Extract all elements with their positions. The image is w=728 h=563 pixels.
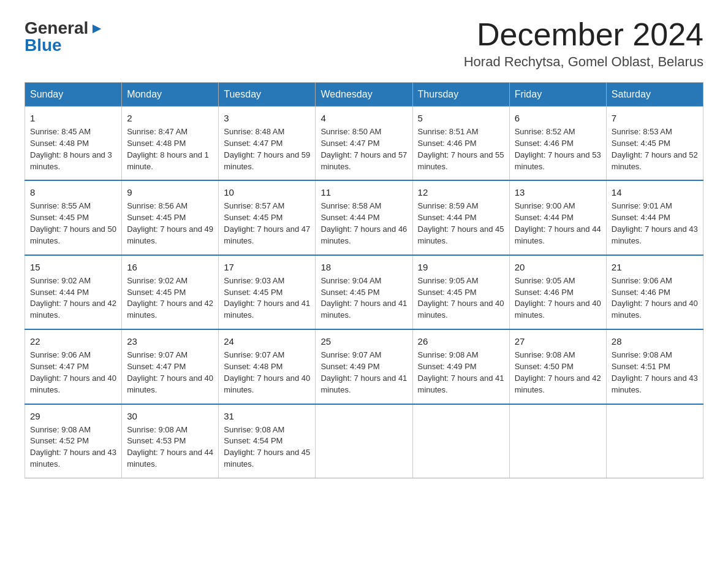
day-number: 19 — [418, 261, 504, 274]
calendar-cell — [412, 404, 509, 478]
calendar-cell: 28Sunrise: 9:08 AMSunset: 4:51 PMDayligh… — [606, 329, 703, 404]
day-info: Sunrise: 8:55 AMSunset: 4:45 PMDaylight:… — [30, 201, 116, 247]
day-info: Sunrise: 8:56 AMSunset: 4:45 PMDaylight:… — [127, 201, 213, 247]
day-info: Sunrise: 8:53 AMSunset: 4:45 PMDaylight:… — [612, 126, 698, 172]
logo-arrow-icon: ► — [89, 20, 104, 37]
weekday-header-tuesday: Tuesday — [219, 83, 316, 107]
weekday-header-monday: Monday — [122, 83, 219, 107]
calendar-cell: 16Sunrise: 9:02 AMSunset: 4:45 PMDayligh… — [122, 255, 219, 329]
day-info: Sunrise: 9:02 AMSunset: 4:45 PMDaylight:… — [127, 275, 213, 321]
day-number: 9 — [127, 186, 213, 199]
day-number: 30 — [127, 410, 213, 423]
day-number: 31 — [224, 410, 310, 423]
calendar-cell: 13Sunrise: 9:00 AMSunset: 4:44 PMDayligh… — [509, 180, 606, 255]
calendar-cell: 30Sunrise: 9:08 AMSunset: 4:53 PMDayligh… — [122, 404, 219, 478]
day-info: Sunrise: 8:45 AMSunset: 4:48 PMDaylight:… — [30, 126, 116, 172]
weekday-header-thursday: Thursday — [412, 83, 509, 107]
day-info: Sunrise: 8:52 AMSunset: 4:46 PMDaylight:… — [515, 126, 601, 172]
day-info: Sunrise: 9:07 AMSunset: 4:48 PMDaylight:… — [224, 350, 310, 396]
calendar-cell: 1Sunrise: 8:45 AMSunset: 4:48 PMDaylight… — [25, 107, 122, 181]
day-info: Sunrise: 9:01 AMSunset: 4:44 PMDaylight:… — [612, 201, 698, 247]
day-info: Sunrise: 9:00 AMSunset: 4:44 PMDaylight:… — [515, 201, 601, 247]
calendar-cell: 15Sunrise: 9:02 AMSunset: 4:44 PMDayligh… — [25, 255, 122, 329]
day-number: 26 — [418, 335, 504, 348]
day-number: 13 — [515, 186, 601, 199]
day-info: Sunrise: 8:57 AMSunset: 4:45 PMDaylight:… — [224, 201, 310, 247]
day-info: Sunrise: 9:07 AMSunset: 4:47 PMDaylight:… — [127, 350, 213, 396]
day-number: 11 — [320, 186, 407, 199]
day-info: Sunrise: 9:05 AMSunset: 4:46 PMDaylight:… — [515, 275, 601, 321]
day-info: Sunrise: 9:08 AMSunset: 4:52 PMDaylight:… — [30, 424, 116, 470]
calendar-cell: 29Sunrise: 9:08 AMSunset: 4:52 PMDayligh… — [25, 404, 122, 478]
calendar-cell — [606, 404, 703, 478]
day-info: Sunrise: 9:07 AMSunset: 4:49 PMDaylight:… — [320, 350, 407, 396]
day-info: Sunrise: 9:02 AMSunset: 4:44 PMDaylight:… — [30, 275, 116, 321]
day-info: Sunrise: 9:04 AMSunset: 4:45 PMDaylight:… — [320, 275, 407, 321]
day-number: 4 — [320, 112, 407, 124]
logo: General ► Blue — [25, 18, 104, 55]
logo-blue: Blue — [25, 36, 62, 55]
day-info: Sunrise: 9:05 AMSunset: 4:45 PMDaylight:… — [418, 275, 504, 321]
weekday-header-sunday: Sunday — [25, 83, 122, 107]
calendar-cell — [509, 404, 606, 478]
day-number: 17 — [224, 261, 310, 274]
calendar-cell: 12Sunrise: 8:59 AMSunset: 4:44 PMDayligh… — [412, 180, 509, 255]
day-info: Sunrise: 8:58 AMSunset: 4:44 PMDaylight:… — [320, 201, 407, 247]
day-number: 20 — [515, 261, 601, 274]
calendar-cell — [316, 404, 412, 478]
calendar-cell: 8Sunrise: 8:55 AMSunset: 4:45 PMDaylight… — [25, 180, 122, 255]
calendar-cell: 21Sunrise: 9:06 AMSunset: 4:46 PMDayligh… — [606, 255, 703, 329]
calendar-cell: 2Sunrise: 8:47 AMSunset: 4:48 PMDaylight… — [122, 107, 219, 181]
weekday-header-saturday: Saturday — [606, 83, 703, 107]
calendar-cell: 26Sunrise: 9:08 AMSunset: 4:49 PMDayligh… — [412, 329, 509, 404]
calendar-cell: 3Sunrise: 8:48 AMSunset: 4:47 PMDaylight… — [219, 107, 316, 181]
day-number: 1 — [30, 112, 116, 124]
day-number: 2 — [127, 112, 213, 124]
calendar-cell: 5Sunrise: 8:51 AMSunset: 4:46 PMDaylight… — [412, 107, 509, 181]
calendar-cell: 18Sunrise: 9:04 AMSunset: 4:45 PMDayligh… — [316, 255, 412, 329]
day-info: Sunrise: 9:08 AMSunset: 4:54 PMDaylight:… — [224, 424, 310, 470]
calendar-cell: 31Sunrise: 9:08 AMSunset: 4:54 PMDayligh… — [219, 404, 316, 478]
week-row-2: 8Sunrise: 8:55 AMSunset: 4:45 PMDaylight… — [25, 180, 703, 255]
day-number: 27 — [515, 335, 601, 348]
calendar-cell: 11Sunrise: 8:58 AMSunset: 4:44 PMDayligh… — [316, 180, 412, 255]
weekday-header-friday: Friday — [509, 83, 606, 107]
week-row-3: 15Sunrise: 9:02 AMSunset: 4:44 PMDayligh… — [25, 255, 703, 329]
week-row-1: 1Sunrise: 8:45 AMSunset: 4:48 PMDaylight… — [25, 107, 703, 181]
weekday-header-wednesday: Wednesday — [316, 83, 412, 107]
day-number: 28 — [612, 335, 698, 348]
day-number: 18 — [320, 261, 407, 274]
weekday-header-row: SundayMondayTuesdayWednesdayThursdayFrid… — [25, 83, 703, 107]
day-number: 6 — [515, 112, 601, 124]
day-number: 29 — [30, 410, 116, 423]
calendar-cell: 17Sunrise: 9:03 AMSunset: 4:45 PMDayligh… — [219, 255, 316, 329]
day-number: 7 — [612, 112, 698, 124]
day-number: 3 — [224, 112, 310, 124]
day-info: Sunrise: 8:59 AMSunset: 4:44 PMDaylight:… — [418, 201, 504, 247]
calendar-cell: 10Sunrise: 8:57 AMSunset: 4:45 PMDayligh… — [219, 180, 316, 255]
calendar-cell: 19Sunrise: 9:05 AMSunset: 4:45 PMDayligh… — [412, 255, 509, 329]
calendar-cell: 6Sunrise: 8:52 AMSunset: 4:46 PMDaylight… — [509, 107, 606, 181]
title-block: December 2024 Horad Rechytsa, Gomel Obla… — [464, 18, 703, 70]
calendar-cell: 23Sunrise: 9:07 AMSunset: 4:47 PMDayligh… — [122, 329, 219, 404]
day-number: 12 — [418, 186, 504, 199]
day-info: Sunrise: 9:08 AMSunset: 4:49 PMDaylight:… — [418, 350, 504, 396]
calendar-cell: 7Sunrise: 8:53 AMSunset: 4:45 PMDaylight… — [606, 107, 703, 181]
calendar-cell: 20Sunrise: 9:05 AMSunset: 4:46 PMDayligh… — [509, 255, 606, 329]
day-info: Sunrise: 8:50 AMSunset: 4:47 PMDaylight:… — [320, 126, 407, 172]
week-row-4: 22Sunrise: 9:06 AMSunset: 4:47 PMDayligh… — [25, 329, 703, 404]
day-info: Sunrise: 9:08 AMSunset: 4:50 PMDaylight:… — [515, 350, 601, 396]
day-number: 10 — [224, 186, 310, 199]
calendar-cell: 27Sunrise: 9:08 AMSunset: 4:50 PMDayligh… — [509, 329, 606, 404]
day-number: 5 — [418, 112, 504, 124]
day-info: Sunrise: 9:06 AMSunset: 4:46 PMDaylight:… — [612, 275, 698, 321]
calendar-cell: 22Sunrise: 9:06 AMSunset: 4:47 PMDayligh… — [25, 329, 122, 404]
calendar-table: SundayMondayTuesdayWednesdayThursdayFrid… — [25, 82, 703, 478]
day-info: Sunrise: 9:06 AMSunset: 4:47 PMDaylight:… — [30, 350, 116, 396]
day-info: Sunrise: 9:08 AMSunset: 4:51 PMDaylight:… — [612, 350, 698, 396]
calendar-cell: 25Sunrise: 9:07 AMSunset: 4:49 PMDayligh… — [316, 329, 412, 404]
day-number: 22 — [30, 335, 116, 348]
calendar-cell: 9Sunrise: 8:56 AMSunset: 4:45 PMDaylight… — [122, 180, 219, 255]
day-number: 24 — [224, 335, 310, 348]
day-info: Sunrise: 9:08 AMSunset: 4:53 PMDaylight:… — [127, 424, 213, 470]
